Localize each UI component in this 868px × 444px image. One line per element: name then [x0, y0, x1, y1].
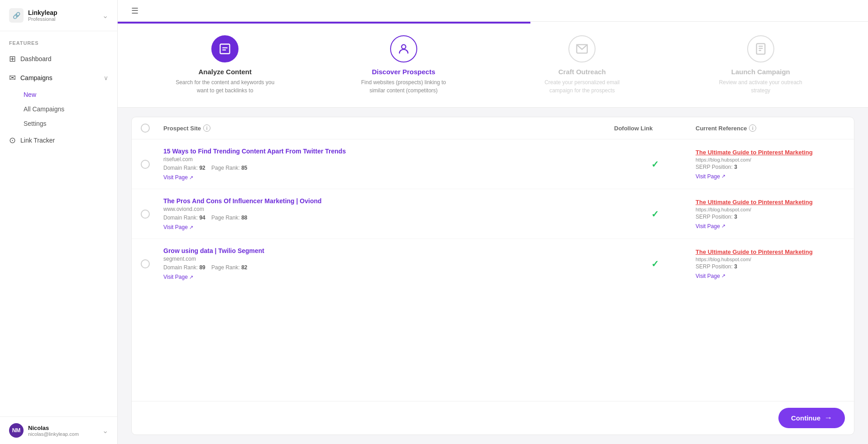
link-tracker-icon: ⊙: [9, 135, 16, 145]
discover-prospects-title: Discover Prospects: [372, 68, 435, 76]
sidebar-item-link-tracker[interactable]: ⊙ Link Tracker: [0, 131, 117, 150]
ref-serp-row2: SERP Position: 3: [696, 214, 831, 220]
wizard-step-craft-outreach: Craft Outreach Create your personalized …: [532, 35, 632, 95]
prospect-info-row1: 15 Ways to Find Trending Content Apart F…: [163, 148, 614, 181]
sidebar-item-all-campaigns[interactable]: All Campaigns: [0, 102, 117, 116]
craft-outreach-desc: Create your personalized email campaign …: [532, 78, 632, 95]
chevron-down-icon: ∨: [104, 74, 108, 81]
continue-button[interactable]: Continue →: [778, 408, 845, 428]
ref-serp-row3: SERP Position: 3: [696, 263, 831, 270]
craft-outreach-title: Craft Outreach: [558, 68, 606, 76]
ref-title-row1[interactable]: The Ultimate Guide to Pinterest Marketin…: [696, 149, 831, 156]
external-link-icon: ↗: [189, 274, 193, 280]
sidebar-item-campaigns[interactable]: ✉ Campaigns ∨: [0, 68, 117, 87]
prospect-title-row1[interactable]: 15 Ways to Find Trending Content Apart F…: [163, 148, 614, 155]
prospect-site-info-icon[interactable]: i: [203, 124, 210, 132]
wizard-steps: Analyze Content Search for the content a…: [136, 35, 850, 95]
table-row: 15 Ways to Find Trending Content Apart F…: [132, 139, 854, 189]
sidebar-logo[interactable]: 🔗 Linkyleap Professional ⌄: [0, 0, 117, 31]
visit-page-ref-row2[interactable]: Visit Page ↗: [696, 223, 831, 229]
visit-page-prospect-row1[interactable]: Visit Page ↗: [163, 174, 614, 181]
domain-rank-label: Domain Rank:: [163, 165, 199, 171]
ref-url-row1: https://blog.hubspot.com/: [696, 157, 831, 162]
prospect-title-row2[interactable]: The Pros And Cons Of Influencer Marketin…: [163, 197, 614, 205]
domain-rank-val-row1: 92: [199, 165, 205, 171]
dofollow-row2: ✓: [614, 209, 696, 220]
page-rank-val-row2: 88: [241, 215, 247, 221]
analyze-content-desc: Search for the content and keywords you …: [175, 78, 275, 95]
dofollow-row3: ✓: [614, 258, 696, 269]
page-rank-label: Page Rank:: [211, 165, 241, 171]
wizard-step-discover-prospects: Discover Prospects Find websites (prospe…: [354, 35, 453, 95]
visit-page-prospect-row3[interactable]: Visit Page ↗: [163, 274, 614, 280]
discover-prospects-desc: Find websites (prospects) linking to sim…: [354, 78, 453, 95]
ref-url-row2: https://blog.hubspot.com/: [696, 207, 831, 212]
page-rank-val-row1: 85: [241, 165, 247, 171]
row2-checkbox[interactable]: [141, 210, 150, 219]
prospect-domain-row3: segment.com: [163, 256, 614, 262]
launch-campaign-title: Launch Campaign: [731, 68, 790, 76]
prospects-card: Prospect Site i Dofollow Link Current Re…: [131, 117, 854, 435]
external-link-icon: ↗: [721, 223, 725, 229]
sidebar-nav: Features ⊞ Dashboard ✉ Campaigns ∨ New A…: [0, 31, 117, 416]
launch-campaign-icon-circle: [747, 35, 774, 62]
current-reference-info-icon[interactable]: i: [749, 124, 756, 132]
domain-rank-val-row2: 94: [199, 215, 205, 221]
select-all-checkbox[interactable]: [141, 124, 150, 133]
ref-info-row3: The Ultimate Guide to Pinterest Marketin…: [696, 248, 831, 279]
all-campaigns-label: All Campaigns: [24, 105, 64, 113]
sidebar-item-new[interactable]: New: [0, 87, 117, 102]
prospect-ranks-row3: Domain Rank: 89 Page Rank: 82: [163, 264, 614, 271]
row1-checkbox[interactable]: [141, 160, 150, 169]
launch-campaign-desc: Review and activate your outreach strate…: [711, 78, 811, 95]
chevron-expand-icon[interactable]: ⌄: [102, 426, 108, 435]
prospect-info-row2: The Pros And Cons Of Influencer Marketin…: [163, 197, 614, 230]
analyze-content-title: Analyze Content: [198, 68, 252, 76]
col-dofollow-link: Dofollow Link: [614, 125, 696, 132]
table-body: 15 Ways to Find Trending Content Apart F…: [132, 139, 854, 401]
visit-page-ref-row3[interactable]: Visit Page ↗: [696, 273, 831, 279]
visit-page-prospect-row2[interactable]: Visit Page ↗: [163, 224, 614, 230]
content-area: Prospect Site i Dofollow Link Current Re…: [118, 108, 868, 444]
external-link-icon: ↗: [189, 224, 193, 230]
table-row: Grow using data | Twilio Segment segment…: [132, 239, 854, 288]
prospect-title-row3[interactable]: Grow using data | Twilio Segment: [163, 247, 614, 254]
toggle-sidebar-button[interactable]: ☰: [131, 6, 138, 16]
sidebar-label-campaigns: Campaigns: [20, 74, 52, 81]
wizard-container: Analyze Content Search for the content a…: [118, 22, 868, 108]
wizard-step-analyze-content: Analyze Content Search for the content a…: [175, 35, 275, 95]
svg-rect-0: [220, 44, 230, 54]
craft-outreach-icon-circle: [568, 35, 596, 62]
col-current-reference: Current Reference i: [696, 124, 831, 132]
link-tracker-label: Link Tracker: [20, 137, 55, 144]
logo-icon: 🔗: [9, 8, 24, 23]
ref-url-row3: https://blog.hubspot.com/: [696, 257, 831, 262]
serp-val-row2: 3: [734, 214, 737, 220]
prospect-domain-row2: www.oviond.com: [163, 206, 614, 212]
dofollow-row1: ✓: [614, 159, 696, 170]
campaigns-sub-menu: New All Campaigns Settings: [0, 87, 117, 131]
serp-val-row1: 3: [734, 164, 737, 170]
svg-point-3: [401, 45, 405, 49]
sidebar-label-dashboard: Dashboard: [20, 55, 52, 62]
analyze-content-icon-circle: [211, 35, 238, 62]
external-link-icon: ↗: [189, 175, 193, 181]
checkmark-icon: ✓: [651, 159, 659, 170]
features-label: Features: [0, 31, 117, 49]
table-row: The Pros And Cons Of Influencer Marketin…: [132, 189, 854, 239]
external-link-icon: ↗: [721, 273, 725, 279]
checkmark-icon: ✓: [651, 209, 659, 220]
ref-title-row2[interactable]: The Ultimate Guide to Pinterest Marketin…: [696, 199, 831, 205]
serp-val-row3: 3: [734, 263, 737, 270]
settings-label: Settings: [24, 120, 47, 127]
sidebar-item-dashboard[interactable]: ⊞ Dashboard: [0, 49, 117, 68]
user-info: NM Nicolas nicolas@linkyleap.com: [9, 423, 79, 438]
chevron-down-icon: ⌄: [102, 11, 108, 20]
ref-title-row3[interactable]: The Ultimate Guide to Pinterest Marketin…: [696, 248, 831, 255]
row3-checkbox[interactable]: [141, 259, 150, 268]
prospect-ranks-row1: Domain Rank: 92 Page Rank: 85: [163, 165, 614, 171]
sidebar-item-settings[interactable]: Settings: [0, 116, 117, 131]
visit-page-ref-row1[interactable]: Visit Page ↗: [696, 173, 831, 180]
dashboard-icon: ⊞: [9, 54, 16, 64]
domain-rank-val-row3: 89: [199, 264, 205, 271]
